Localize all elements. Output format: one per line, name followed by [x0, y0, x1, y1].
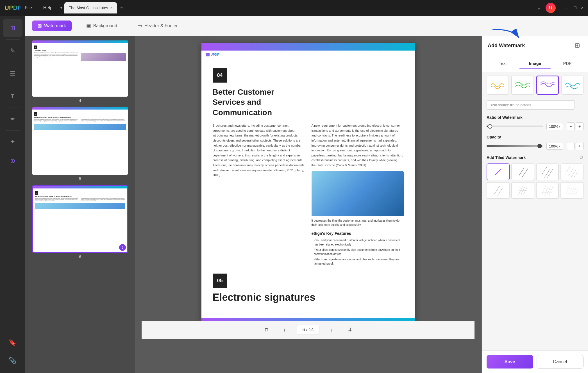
opacity-slider-fill	[487, 145, 540, 147]
wm-tab-text[interactable]: Text	[487, 59, 519, 69]
prev-page-btn[interactable]: ↑	[279, 324, 290, 335]
panel-export-btn[interactable]	[572, 40, 582, 51]
svg-line-11	[571, 170, 576, 178]
toolbar-tab-header-footer[interactable]: ▭ Header & Footer	[132, 21, 183, 31]
next-page-btn[interactable]: ↓	[326, 324, 337, 335]
sidebar-item-text-edit[interactable]: T	[3, 87, 22, 105]
page-two-col: Brochures and newsletters, including cus…	[213, 123, 404, 267]
organize-icon: ☰	[10, 70, 15, 77]
ratio-slider-track[interactable]	[487, 126, 543, 127]
sidebar-item-thumbnails[interactable]: ⊞	[3, 19, 22, 37]
panel-header: Add Watermark	[482, 36, 588, 55]
wm-image-opt-3[interactable]	[536, 76, 559, 95]
user-avatar[interactable]: U	[546, 3, 556, 13]
sidebar-divider-2	[6, 62, 20, 62]
ratio-minus-btn[interactable]: −	[567, 122, 575, 130]
overflow-btn[interactable]: ⌄	[537, 5, 541, 11]
img-placeholder	[312, 171, 404, 216]
wm-image-opt-4[interactable]	[561, 76, 584, 95]
save-button[interactable]: Save	[487, 355, 533, 369]
toolbar-tab-watermark[interactable]: ⊠ Watermark	[32, 21, 72, 31]
opacity-slider-thumb[interactable]	[537, 144, 542, 148]
sidebar-item-bookmark[interactable]: 🔖	[3, 334, 22, 352]
maximize-btn[interactable]: □	[574, 5, 576, 10]
tiled-opt-2[interactable]	[511, 163, 534, 180]
thumbnail-4[interactable]: 03 Customer Loyalty The management of ba…	[30, 40, 130, 103]
tiled-opt-3[interactable]	[536, 163, 559, 180]
col-left: Brochures and newsletters, including cus…	[213, 123, 305, 267]
menu-help[interactable]: Help	[41, 4, 55, 12]
menu-file[interactable]: File	[22, 4, 34, 12]
wm-tab-image[interactable]: Image	[519, 59, 551, 69]
sidebar-item-sign[interactable]: ✒	[3, 110, 22, 128]
tiled-opt-6[interactable]	[511, 182, 534, 199]
svg-line-4	[519, 168, 524, 176]
thumb-frame-5[interactable]: 04 Better Customer Services and Communic…	[32, 107, 128, 175]
tiled-opt-7[interactable]	[536, 182, 559, 199]
sidebar-item-attach[interactable]: 📎	[3, 352, 22, 370]
svg-line-7	[544, 169, 550, 178]
sidebar-bottom: 🔖 📎	[3, 334, 22, 370]
tab-dropdown[interactable]: ▾	[60, 6, 62, 10]
svg-line-8	[547, 169, 553, 178]
opacity-value: 100% ▾	[546, 143, 563, 150]
app-logo: UPDF	[4, 3, 19, 13]
page-indicator[interactable]: 6 / 14	[297, 325, 319, 335]
opacity-dropdown-icon[interactable]: ▾	[559, 145, 560, 148]
panel-title: Add Watermark	[488, 43, 525, 49]
tiled-opt-8[interactable]	[560, 182, 584, 199]
minimize-btn[interactable]: —	[565, 5, 569, 10]
ai-icon: ✦	[10, 138, 15, 145]
thumbnails-icon: ⊞	[10, 24, 15, 32]
tiled-opt-5[interactable]	[487, 182, 510, 199]
toolbar-tab-background[interactable]: ▣ Background	[81, 21, 123, 31]
thumbnail-5[interactable]: 04 Better Customer Services and Communic…	[30, 107, 130, 181]
body-right-lower: It decreases the time the customer must …	[312, 219, 404, 227]
opacity-slider-track[interactable]	[487, 145, 543, 147]
sidebar-item-organize[interactable]: ☰	[3, 65, 22, 83]
tiled-reset-btn[interactable]: ↺	[579, 154, 584, 161]
wm-tab-pdf[interactable]: PDF	[551, 59, 584, 69]
svg-line-9	[566, 166, 571, 174]
tiled-opt-1[interactable]	[487, 163, 510, 180]
svg-line-10	[568, 169, 573, 177]
title-bar-right: ⌄ U — □ ×	[537, 3, 584, 13]
tiled-opt-4[interactable]	[560, 163, 584, 180]
tab-close-btn[interactable]: ×	[110, 6, 112, 10]
tab-title: The Most C...Institutes	[69, 6, 108, 10]
wm-image-opt-2[interactable]	[511, 76, 534, 95]
header-footer-icon: ▭	[137, 23, 142, 29]
source-file-field[interactable]: <No source file selected>	[487, 100, 575, 110]
ratio-stepper: − +	[567, 122, 584, 130]
thumb-frame-4[interactable]: 03 Customer Loyalty The management of ba…	[32, 40, 128, 97]
sidebar: ⊞ ✎ ☰ T ✒ ✦ ⊕ 🔖 📎	[0, 16, 25, 373]
menu-bar: File Help	[22, 4, 55, 12]
source-more-btn[interactable]: ···	[577, 101, 584, 109]
opacity-plus-btn[interactable]: +	[576, 142, 584, 150]
opacity-section: Opacity 100% ▾ − +	[482, 131, 588, 151]
thumbnail-6[interactable]: 04 Better Customer Services and Communic…	[30, 185, 130, 259]
cancel-button[interactable]: Cancel	[537, 355, 584, 369]
active-tab[interactable]: The Most C...Institutes ×	[64, 2, 117, 13]
tiled-watermark-section: Add Tiled Watermark ↺	[482, 151, 588, 201]
ratio-dropdown-icon[interactable]: ▾	[559, 125, 560, 128]
ratio-slider-thumb[interactable]	[488, 124, 492, 129]
sidebar-item-comments[interactable]: ✎	[3, 42, 22, 60]
svg-line-29	[573, 187, 576, 195]
svg-line-14	[498, 187, 503, 195]
ratio-plus-btn[interactable]: +	[576, 122, 584, 130]
last-page-btn[interactable]: ⇊	[344, 324, 355, 335]
thumb-label-4: 4	[79, 98, 81, 103]
wm-image-opt-1[interactable]	[487, 76, 509, 95]
first-page-btn[interactable]: ⇈	[261, 324, 272, 335]
opacity-minus-btn[interactable]: −	[567, 142, 575, 150]
current-page: 6	[302, 327, 305, 332]
title-bar: UPDF File Help ▾ The Most C...Institutes…	[0, 0, 588, 16]
new-tab-btn[interactable]: +	[120, 5, 124, 11]
sidebar-item-ai[interactable]: ✦	[3, 133, 22, 151]
opacity-stepper: − +	[567, 142, 584, 150]
thumb-frame-6[interactable]: 04 Better Customer Services and Communic…	[32, 185, 128, 253]
background-label: Background	[93, 23, 117, 28]
close-btn[interactable]: ×	[581, 5, 584, 10]
sidebar-item-layers[interactable]: ⊕	[3, 152, 22, 170]
